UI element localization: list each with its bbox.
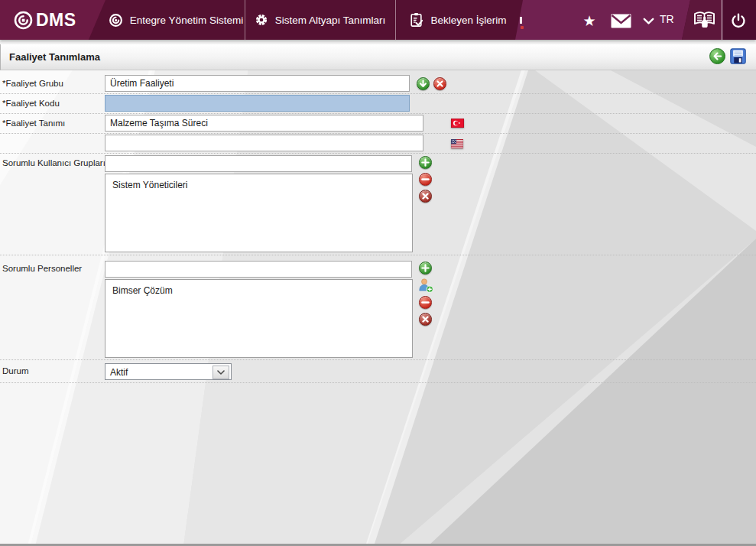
personel-remove-button[interactable] [419, 296, 432, 309]
remove-icon [421, 298, 430, 307]
clear-icon [422, 193, 429, 200]
row-separator [0, 153, 756, 154]
clear-icon [422, 316, 429, 323]
menu-item-sistem-altyapi-tanimlari[interactable]: Sistem Altyapı Tanımları [245, 0, 395, 40]
durum-select[interactable]: Aktif [105, 363, 232, 380]
personel-add-button[interactable] [419, 262, 432, 275]
page-header: Faaliyet Tanımlama [0, 44, 756, 70]
sorumlu-personeller-input[interactable] [105, 261, 412, 278]
remove-icon [421, 175, 430, 184]
row-separator [0, 255, 756, 255]
language-label[interactable]: TR [660, 13, 674, 25]
book-hand-icon [693, 9, 718, 31]
row-separator [0, 359, 756, 360]
save-disk-icon [730, 48, 746, 64]
row-separator [0, 93, 756, 94]
gruplar-remove-button[interactable] [419, 173, 432, 186]
logout-button[interactable] [729, 11, 748, 30]
faaliyet-kodu-input[interactable] [105, 95, 410, 112]
sorumlu-personeller-listbox[interactable]: Bimser Çözüm [105, 279, 413, 358]
menu-divider [722, 0, 722, 40]
faaliyet-grubu-input[interactable] [105, 75, 410, 92]
menu-item-label: Bekleyen İşlerim [430, 15, 506, 26]
row-separator [0, 133, 756, 134]
partial-badge-fragment [521, 26, 524, 29]
durum-label: Durum [2, 366, 29, 375]
chevron-down-icon [217, 370, 225, 375]
sorumlu-personeller-label: Sorumlu Personeller [2, 264, 82, 273]
sorumlu-kullanici-gruplari-listbox[interactable]: Sistem Yöneticileri [105, 174, 413, 252]
personel-add-person-button[interactable] [418, 278, 433, 293]
menu-item-entegre-yonetim-sistemi[interactable]: Entegre Yönetim Sistemi [107, 0, 245, 40]
sorumlu-kullanici-gruplari-label: Sorumlu Kullanıcı Grupları [2, 158, 105, 167]
gruplar-clear-button[interactable] [419, 190, 432, 203]
gruplar-add-button[interactable] [419, 156, 432, 169]
logo-label: DMS [36, 10, 76, 31]
select-down-icon [419, 80, 427, 88]
add-person-icon [418, 278, 433, 293]
add-icon [421, 264, 430, 272]
qdms-circle-icon [109, 13, 123, 28]
faaliyet-grubu-clear-button[interactable] [433, 77, 446, 90]
clear-icon [436, 80, 443, 87]
durum-dropdown-arrow[interactable] [213, 366, 229, 379]
menu-item-label: Sistem Altyapı Tanımları [275, 15, 386, 26]
sorumlu-kullanici-gruplari-input[interactable] [105, 155, 412, 172]
star-icon: ★ [582, 14, 595, 28]
mail-icon [611, 14, 631, 28]
list-item[interactable]: Bimser Çözüm [105, 280, 412, 296]
faaliyet-tanimi-label: *Faaliyet Tanımı [2, 119, 65, 128]
faaliyet-kodu-label: *Faaliyet Kodu [2, 99, 60, 108]
back-button[interactable] [709, 48, 725, 64]
gear-icon [255, 13, 268, 27]
menu-item-label: Entegre Yönetim Sistemi [130, 15, 243, 26]
faaliyet-grubu-label: *Faaliyet Grubu [2, 79, 63, 88]
qdms-spiral-icon [13, 10, 34, 31]
add-icon [421, 158, 430, 167]
language-dropdown-button[interactable] [642, 18, 654, 25]
flag-usa-icon [451, 139, 463, 148]
messages-button[interactable] [610, 13, 631, 28]
save-button[interactable] [730, 48, 746, 64]
row-separator [0, 382, 756, 383]
durum-selected-value: Aktif [110, 367, 128, 378]
top-navigation-bar: DMS Entegre Yönetim Sistemi Sistem Altya… [0, 0, 756, 40]
qdms-logo[interactable]: DMS [0, 0, 105, 40]
row-separator [0, 113, 756, 114]
partial-menu-item-fragment [520, 17, 522, 24]
menu-item-bekleyen-islerim[interactable]: Bekleyen İşlerim [395, 0, 521, 40]
list-item[interactable]: Sistem Yöneticileri [105, 174, 412, 190]
page-title: Faaliyet Tanımlama [9, 51, 100, 63]
favorites-button[interactable]: ★ [581, 12, 598, 29]
clipboard-check-icon [410, 12, 423, 28]
help-button[interactable] [692, 8, 718, 31]
faaliyet-grubu-select-button[interactable] [417, 77, 430, 90]
faaliyet-tanimi-tr-input[interactable] [105, 115, 423, 132]
flag-turkey-icon [451, 119, 464, 128]
personel-clear-button[interactable] [419, 313, 432, 326]
power-icon [730, 12, 747, 29]
faaliyet-form: *Faaliyet Grubu *Faaliyet Kodu *Faaliyet… [0, 0, 756, 546]
faaliyet-tanimi-en-input[interactable] [105, 135, 423, 151]
back-arrow-icon [712, 51, 722, 61]
qdms-window: DMS Entegre Yönetim Sistemi Sistem Altya… [0, 0, 756, 546]
chevron-down-icon [643, 18, 654, 25]
